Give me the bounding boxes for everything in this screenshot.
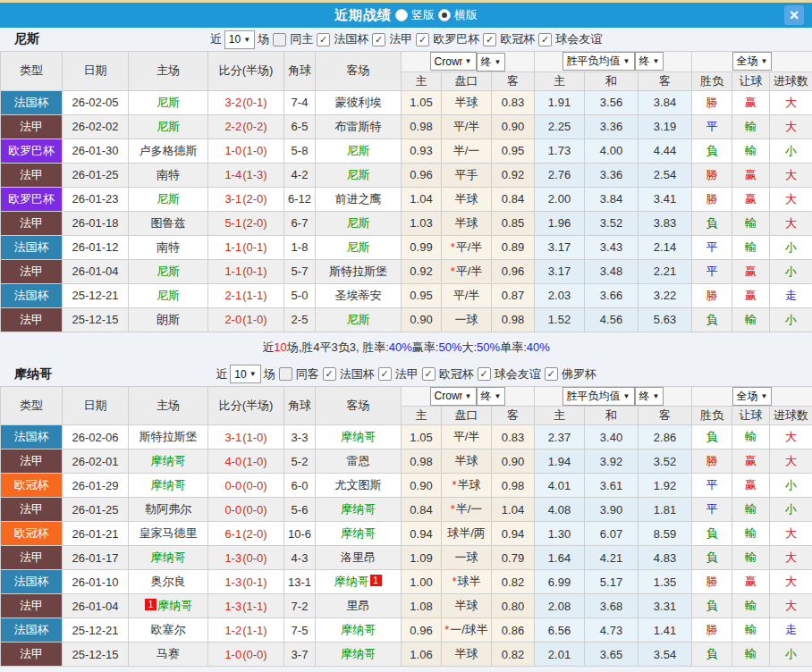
handicap-text: 半球 (455, 647, 478, 660)
halftime-score: (1-3) (242, 168, 266, 181)
avg-final-select[interactable]: 终▼ (635, 52, 664, 71)
red-card-badge: 1 (370, 575, 382, 586)
column-subheader: 客 (639, 71, 692, 90)
league-checkbox[interactable]: ✓ (378, 367, 392, 381)
same-venue-checkbox[interactable] (279, 367, 292, 381)
halftime-score: (0-1) (242, 575, 266, 589)
games-count-select[interactable]: 10▼ (224, 30, 255, 49)
avg-home-odds: 1.52 (535, 307, 585, 332)
goals-result: 走 (770, 283, 812, 307)
league-checkbox[interactable]: ✓ (483, 33, 496, 46)
column-header: 比分(半场) (208, 386, 284, 425)
league-checkbox[interactable]: ✓ (478, 367, 491, 381)
avg-odds-select[interactable]: 胜平负均值▼ (562, 52, 635, 71)
close-button[interactable]: × (784, 5, 804, 25)
avg-draw-odds: 3.36 (585, 114, 639, 139)
away-odds: 0.98 (492, 474, 535, 498)
handicap-result: 赢 (732, 187, 770, 211)
corner-score: 6-5 (284, 114, 316, 139)
odds-final-select[interactable]: 终▼ (477, 387, 506, 406)
league-checkbox[interactable]: ✓ (422, 367, 436, 381)
summary-part: 单率: (500, 340, 527, 356)
wdl-result: 負 (692, 307, 732, 332)
match-row: 法甲25-12-15朗斯2-0(1-0)2-5尼斯0.90一球0.981.524… (1, 307, 812, 332)
handicap-result: 赢 (732, 90, 770, 114)
team-label: 朗斯 (156, 313, 180, 326)
home-team: 欧塞尔 (129, 618, 208, 643)
halftime-score: (0-0) (242, 551, 266, 565)
match-date: 25-12-15 (63, 643, 129, 667)
away-team: 洛里昂 (316, 546, 402, 570)
same-venue-checkbox[interactable] (273, 33, 286, 46)
match-scope-select[interactable]: 全场▼ (732, 387, 773, 406)
match-date: 26-01-18 (63, 211, 129, 235)
avg-away-odds: 8.59 (639, 522, 692, 546)
team-label: 尼斯 (156, 192, 180, 206)
wdl-result: 勝 (692, 163, 732, 187)
avg-final-select[interactable]: 终▼ (635, 387, 664, 406)
match-row: 法国杯25-12-21欧塞尔1-2(1-1)7-5摩纳哥0.96*一/球半0.8… (1, 618, 812, 643)
avg-away-odds: 2.86 (639, 425, 692, 449)
changed-line-star: * (452, 478, 456, 491)
games-count-select[interactable]: 10▼ (230, 365, 260, 383)
match-type-badge: 法甲 (1, 211, 63, 235)
vertical-layout-radio[interactable] (395, 9, 408, 21)
horizontal-layout-radio[interactable] (438, 9, 451, 21)
avg-draw-odds: 4.00 (585, 139, 639, 163)
handicap-result: 赢 (732, 283, 770, 307)
match-row: 法国杯26-01-10奥尔良1-3(0-1)13-1摩纳哥11.00*球半0.8… (1, 570, 812, 594)
column-header: 角球 (284, 52, 316, 91)
away-team: 雷恩 (316, 449, 402, 474)
odds-company-select[interactable]: Crown▼ (430, 387, 477, 406)
avg-draw-odds: 3.40 (585, 425, 639, 449)
home-odds: 1.00 (402, 570, 442, 594)
team-label: 摩纳哥 (341, 623, 376, 636)
league-checkbox[interactable]: ✓ (545, 367, 558, 381)
team-label: 斯特拉斯堡 (140, 430, 198, 443)
select-value: 终 (481, 55, 492, 70)
team-label: 布雷斯特 (335, 120, 382, 133)
home-team: 奥尔良 (129, 570, 208, 594)
avg-home-odds: 2.00 (535, 187, 585, 211)
goals-result: 大 (770, 425, 812, 449)
match-scope-select[interactable]: 全场▼ (732, 52, 773, 71)
avg-draw-odds: 3.90 (585, 498, 639, 522)
match-row: 法甲25-12-15马赛1-0(0-0)3-7摩纳哥1.06半球0.822.01… (1, 643, 812, 667)
league-checkbox[interactable]: ✓ (416, 33, 429, 46)
away-team: 布雷斯特 (316, 114, 402, 139)
home-team: 图鲁兹 (129, 211, 208, 235)
select-value: 10 (229, 33, 241, 46)
handicap-line: 半球 (442, 643, 492, 667)
match-type-badge: 欧罗巴杯 (1, 139, 63, 163)
league-checkbox[interactable]: ✓ (372, 33, 385, 46)
match-type-badge: 法甲 (1, 307, 63, 332)
league-checkbox[interactable]: ✓ (323, 367, 336, 381)
avg-odds-select[interactable]: 胜平负均值▼ (562, 387, 635, 406)
wdl-result: 勝 (692, 618, 732, 643)
handicap-text: 一球 (455, 550, 478, 564)
league-label: 法甲 (389, 31, 412, 47)
odds-company-select[interactable]: Crown▼ (430, 52, 477, 71)
avg-draw-odds: 3.68 (585, 594, 639, 618)
match-score: 0-0(0-0) (208, 474, 284, 498)
fulltime-score: 1-2 (224, 624, 241, 637)
fulltime-score: 1-3 (224, 551, 241, 565)
away-team: 尼斯 (316, 307, 402, 332)
close-icon: × (790, 7, 799, 23)
wdl-result: 負 (692, 546, 732, 570)
match-score: 0-0(0-0) (208, 498, 284, 522)
league-checkbox[interactable]: ✓ (317, 33, 330, 46)
handicap-text: 半球 (455, 96, 478, 109)
handicap-result: 輸 (732, 522, 770, 546)
handicap-text: 半/一 (456, 502, 483, 516)
odds-final-select[interactable]: 终▼ (477, 53, 506, 71)
avg-away-odds: 3.84 (639, 90, 692, 114)
chevron-down-icon: ▼ (243, 36, 250, 44)
goals-result: 大 (770, 570, 812, 594)
league-checkbox[interactable]: ✓ (538, 33, 552, 46)
team-label: 尼斯 (156, 289, 180, 302)
away-odds: 0.87 (492, 283, 535, 307)
avg-home-odds: 1.96 (535, 211, 585, 235)
home-team: 尼斯 (129, 259, 208, 283)
team-name: 摩纳哥 (14, 366, 52, 382)
